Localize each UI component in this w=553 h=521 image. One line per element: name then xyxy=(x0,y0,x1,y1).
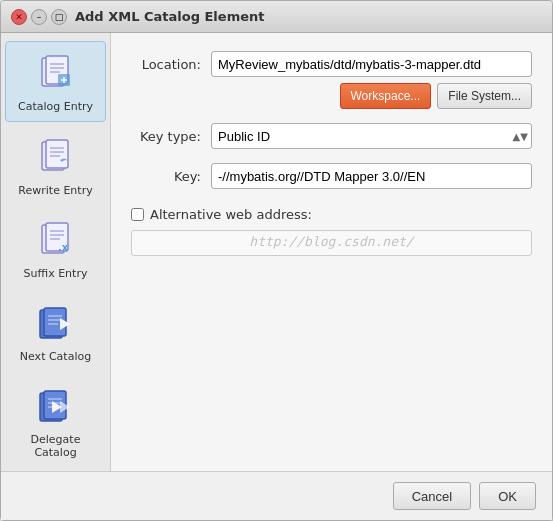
title-bar: ✕ – □ Add XML Catalog Element xyxy=(1,1,552,33)
key-type-row: Key type: Public ID System ID URI ▲▼ xyxy=(131,123,532,149)
alt-web-row: Alternative web address: xyxy=(131,207,532,222)
sidebar-label-next-catalog: Next Catalog xyxy=(20,350,91,363)
title-bar-controls: ✕ – □ xyxy=(11,9,67,25)
alt-web-input[interactable] xyxy=(131,230,532,256)
key-type-select[interactable]: Public ID System ID URI xyxy=(211,123,532,149)
dialog-body: Catalog Entry Rewrite Entry xyxy=(1,33,552,471)
ok-button[interactable]: OK xyxy=(479,482,536,510)
next-catalog-icon xyxy=(32,300,80,348)
delegate-catalog-icon xyxy=(32,383,80,431)
minimize-button[interactable]: – xyxy=(31,9,47,25)
key-row: Key: xyxy=(131,163,532,189)
sidebar-item-rewrite-entry[interactable]: Rewrite Entry xyxy=(5,126,106,205)
dialog-footer: Cancel OK xyxy=(1,471,552,520)
main-content: Location: Workspace... File System... Ke… xyxy=(111,33,552,471)
close-button[interactable]: ✕ xyxy=(11,9,27,25)
location-label: Location: xyxy=(131,57,201,72)
maximize-button[interactable]: □ xyxy=(51,9,67,25)
key-type-select-wrapper: Public ID System ID URI ▲▼ xyxy=(211,123,532,149)
key-input[interactable] xyxy=(211,163,532,189)
svg-text:.x: .x xyxy=(58,242,69,253)
svg-rect-9 xyxy=(46,140,68,168)
key-label: Key: xyxy=(131,169,201,184)
alt-web-section: Alternative web address: http://blog.csd… xyxy=(131,203,532,256)
catalog-entry-icon xyxy=(32,50,80,98)
location-input[interactable] xyxy=(211,51,532,77)
sidebar: Catalog Entry Rewrite Entry xyxy=(1,33,111,471)
rewrite-entry-icon xyxy=(32,134,80,182)
dialog-title: Add XML Catalog Element xyxy=(75,9,542,24)
alt-web-checkbox[interactable] xyxy=(131,208,144,221)
alt-web-checkbox-label[interactable]: Alternative web address: xyxy=(131,207,312,222)
sidebar-label-delegate-catalog: Delegate Catalog xyxy=(11,433,100,459)
sidebar-item-catalog-entry[interactable]: Catalog Entry xyxy=(5,41,106,122)
workspace-button[interactable]: Workspace... xyxy=(340,83,432,109)
sidebar-item-next-catalog[interactable]: Next Catalog xyxy=(5,292,106,371)
dialog: ✕ – □ Add XML Catalog Element xyxy=(0,0,553,521)
cancel-button[interactable]: Cancel xyxy=(393,482,471,510)
sidebar-label-suffix-entry: Suffix Entry xyxy=(24,267,88,280)
sidebar-item-delegate-catalog[interactable]: Delegate Catalog xyxy=(5,375,106,467)
sidebar-label-rewrite-entry: Rewrite Entry xyxy=(18,184,92,197)
location-row: Location: xyxy=(131,51,532,77)
sidebar-label-catalog-entry: Catalog Entry xyxy=(18,100,93,113)
sidebar-item-suffix-entry[interactable]: .x Suffix Entry xyxy=(5,209,106,288)
suffix-entry-icon: .x xyxy=(32,217,80,265)
key-type-label: Key type: xyxy=(131,129,201,144)
file-buttons-row: Workspace... File System... xyxy=(131,83,532,109)
filesystem-button[interactable]: File System... xyxy=(437,83,532,109)
alt-web-label: Alternative web address: xyxy=(150,207,312,222)
